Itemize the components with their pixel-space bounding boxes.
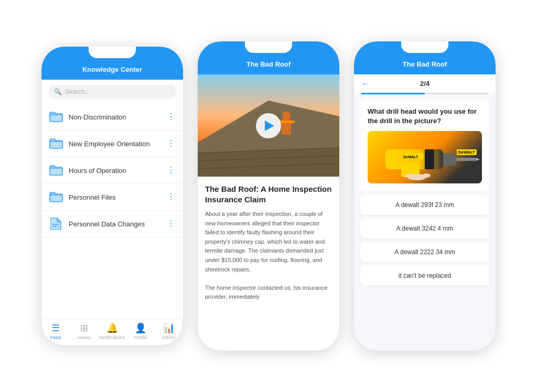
notifications-icon: 🔔 (106, 322, 118, 334)
progress-bar (361, 93, 488, 94)
option-2-label: A dewalt 2222 34 mm (394, 248, 455, 256)
screen-2: The Bad Roof (198, 41, 339, 351)
back-button[interactable]: ← (361, 79, 370, 89)
feed-icon: ☰ (51, 322, 60, 334)
list-item-3[interactable]: Personnel Files ⋮ (41, 184, 183, 211)
svg-marker-16 (476, 158, 480, 161)
p2-content: The Bad Roof: A Home Inspection Insuranc… (198, 74, 339, 351)
option-1-label: A dewalt 3242 4 mm (396, 225, 454, 232)
item-label-2: Hours of Operation (69, 167, 162, 175)
nav-feed-label: Feed (50, 335, 61, 340)
search-icon: 🔍 (54, 88, 62, 95)
notch-2 (245, 41, 292, 53)
list-item-4[interactable]: Personnel Data Changes ⋮ (41, 211, 183, 237)
question-card: What drill head would you use for the dr… (360, 100, 489, 191)
item-label-0: Non-Discriminaiton (69, 113, 162, 121)
folder-icon-0 (49, 111, 63, 123)
play-icon (265, 121, 274, 131)
p2-hero-image (198, 74, 339, 177)
folder-icon-2 (49, 165, 63, 176)
search-placeholder: Search... (65, 88, 90, 95)
screen-3: The Bad Roof ← 2/4 What drill head would… (354, 41, 496, 351)
article-title: The Bad Roof: A Home Inspection Insuranc… (205, 184, 332, 204)
folder-icon-3 (49, 191, 63, 203)
item-dots-4[interactable]: ⋮ (167, 220, 176, 228)
p3-content: ← 2/4 What drill head would you use for … (354, 74, 496, 351)
option-3-label: it can't be replaced (399, 272, 451, 279)
p2-title: The Bad Roof (246, 60, 291, 68)
option-0[interactable]: A dewalt 293f 23 mm (360, 195, 489, 215)
nav-admin[interactable]: 📊 Admin (155, 322, 183, 340)
p1-search-area: 🔍 Search... (41, 80, 183, 104)
notch-1 (89, 47, 136, 58)
nav-notifications-label: Notifications (99, 335, 125, 340)
p2-article: The Bad Roof: A Home Inspection Insuranc… (198, 177, 339, 309)
nav-profile-label: Profile (134, 335, 147, 340)
notch-3 (401, 41, 448, 53)
folder-icon-1 (49, 138, 63, 149)
phone-1: Knowledge Center 🔍 Search... Non-Di (41, 47, 183, 345)
answer-options: A dewalt 293f 23 mm A dewalt 3242 4 mm A… (354, 191, 496, 290)
article-body: About a year after their inspection, a c… (205, 210, 332, 302)
list-item-1[interactable]: New Employee Orientation ⋮ (41, 130, 183, 157)
item-label-3: Personnel Files (69, 193, 162, 201)
svg-rect-10 (279, 121, 295, 123)
progress-indicator: 2/4 (420, 80, 429, 88)
item-label-4: Personnel Data Changes (69, 220, 162, 228)
scene: Knowledge Center 🔍 Search... Non-Di (0, 0, 537, 392)
item-dots-1[interactable]: ⋮ (167, 139, 176, 148)
option-0-label: A dewalt 293f 23 mm (395, 201, 454, 209)
nav-assets[interactable]: ⊞ Assets (70, 322, 98, 340)
play-button[interactable] (256, 113, 281, 138)
list-item-2[interactable]: Hours of Operation ⋮ (41, 157, 183, 184)
nav-notifications[interactable]: 🔔 Notifications (98, 322, 126, 340)
option-3[interactable]: it can't be replaced (360, 266, 489, 286)
nav-profile[interactable]: 👤 Profile (126, 322, 155, 340)
svg-text:DeWALT: DeWALT (403, 155, 418, 159)
svg-rect-13 (425, 149, 434, 169)
p1-title: Knowledge Center (82, 66, 142, 73)
drill-image: DeWALT (368, 131, 482, 183)
svg-rect-15 (456, 158, 476, 161)
assets-icon: ⊞ (80, 322, 88, 334)
quiz-nav-bar: ← 2/4 (354, 74, 496, 93)
item-dots-0[interactable]: ⋮ (167, 113, 176, 121)
phone-3: The Bad Roof ← 2/4 What drill head would… (354, 41, 496, 351)
svg-point-9 (282, 112, 291, 120)
nav-feed[interactable]: ☰ Feed (41, 322, 70, 340)
svg-point-20 (405, 173, 413, 178)
screen-1: Knowledge Center 🔍 Search... Non-Di (41, 47, 183, 345)
option-1[interactable]: A dewalt 3242 4 mm (360, 219, 489, 238)
progress-fill (361, 93, 425, 94)
admin-icon: 📊 (163, 322, 175, 334)
phone-2: The Bad Roof (198, 41, 339, 351)
svg-point-21 (422, 173, 431, 178)
bottom-nav: ☰ Feed ⊞ Assets 🔔 Notifications 👤 Profil… (41, 319, 183, 345)
search-box[interactable]: 🔍 Search... (49, 85, 176, 99)
list-item-0[interactable]: Non-Discriminaiton ⋮ (41, 104, 183, 130)
nav-admin-label: Admin (162, 335, 176, 340)
option-2[interactable]: A dewalt 2222 34 mm (360, 242, 489, 262)
p3-title: The Bad Roof (403, 60, 447, 68)
profile-icon: 👤 (135, 322, 146, 334)
item-dots-2[interactable]: ⋮ (167, 166, 176, 175)
question-text: What drill head would you use for the dr… (368, 107, 482, 126)
svg-rect-14 (443, 153, 456, 166)
item-label-1: New Employee Orientation (69, 140, 162, 148)
p1-list: Non-Discriminaiton ⋮ New Employee Orient… (41, 104, 183, 319)
file-icon-4 (49, 218, 63, 230)
nav-assets-label: Assets (77, 335, 91, 340)
item-dots-3[interactable]: ⋮ (167, 193, 176, 201)
